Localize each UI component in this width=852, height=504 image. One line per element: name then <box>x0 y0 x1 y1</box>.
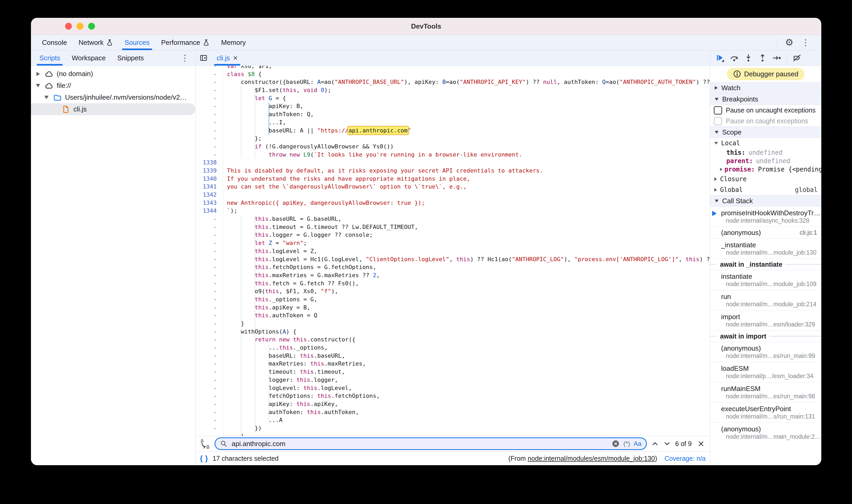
callstack-frame[interactable]: runnode:internal/m…module_job:214 <box>710 290 821 310</box>
scope-global-row[interactable]: Globalglobal <box>710 184 821 195</box>
line-number[interactable]: - <box>196 127 223 135</box>
from-source-link[interactable]: node:internal/modules/esm/module_job:130 <box>528 455 655 462</box>
tab-console[interactable]: Console <box>36 35 73 50</box>
tab-sources[interactable]: Sources <box>119 35 155 50</box>
line-number[interactable]: - <box>196 295 223 304</box>
step-out-icon[interactable] <box>758 54 767 62</box>
line-number[interactable]: - <box>196 287 223 295</box>
line-number[interactable]: 1338 <box>196 159 223 167</box>
line-number[interactable]: - <box>196 320 223 328</box>
step-into-icon[interactable] <box>744 54 752 62</box>
line-number[interactable]: 1339 <box>196 167 223 175</box>
line-number[interactable]: - <box>196 384 223 392</box>
settings-gear-icon[interactable]: ⚙ <box>785 38 794 47</box>
line-number[interactable]: - <box>196 336 223 344</box>
line-number[interactable]: - <box>196 255 223 264</box>
search-next-icon[interactable] <box>663 440 671 448</box>
chevron-down-icon[interactable] <box>35 84 41 87</box>
coverage-link[interactable]: Coverage: n/a <box>664 455 706 462</box>
scope-var-parent[interactable]: parent: undefined <box>710 157 821 165</box>
pause-uncaught-row[interactable]: Pause on uncaught exceptions <box>710 105 821 116</box>
search-previous-icon[interactable] <box>651 440 659 448</box>
line-number[interactable]: - <box>196 424 223 432</box>
line-number[interactable]: - <box>196 376 223 384</box>
tree-item--no-domain-[interactable]: (no domain) <box>31 68 195 80</box>
step-over-icon[interactable] <box>730 54 739 62</box>
line-number[interactable]: - <box>196 416 223 424</box>
callstack-frame[interactable]: importnode:internal/m…esm/loader:329 <box>710 310 821 330</box>
chevron-right-icon[interactable] <box>35 72 41 76</box>
line-number[interactable]: - <box>196 352 223 360</box>
line-number[interactable]: - <box>196 400 223 408</box>
callstack-frame[interactable]: (anonymous)cli.js:1 <box>710 227 821 238</box>
match-case-toggle[interactable]: Aa <box>634 440 641 447</box>
line-number[interactable]: - <box>196 94 223 103</box>
line-number[interactable]: 1342 <box>196 191 223 199</box>
deactivate-breakpoints-icon[interactable] <box>793 54 802 62</box>
line-number[interactable]: - <box>196 66 223 70</box>
line-number[interactable]: - <box>196 328 223 336</box>
line-number[interactable]: 1344 <box>196 207 223 215</box>
line-number[interactable]: - <box>196 134 223 143</box>
line-number[interactable]: - <box>196 78 223 86</box>
pause-caught-row[interactable]: Pause on caught exceptions <box>710 116 821 126</box>
section-scope[interactable]: Scope <box>710 126 821 138</box>
tab-performance[interactable]: Performance <box>155 35 215 50</box>
line-number[interactable]: - <box>196 231 223 239</box>
line-number[interactable]: - <box>196 110 223 119</box>
callstack-frame[interactable]: (anonymous)node:internal/m…main_module:2… <box>710 422 821 443</box>
line-number[interactable]: 1343 <box>196 199 223 207</box>
line-number[interactable]: - <box>196 70 223 78</box>
tab-network[interactable]: Network <box>73 35 119 50</box>
navigator-tab-snippets[interactable]: Snippets <box>111 50 149 66</box>
navigator-tab-scripts[interactable]: Scripts <box>34 50 66 66</box>
line-number[interactable]: - <box>196 239 223 247</box>
line-number[interactable]: - <box>196 263 223 271</box>
callstack-frame[interactable]: executeUserEntryPointnode:internal/m…s/r… <box>710 402 821 422</box>
more-options-icon[interactable]: ⋮ <box>801 38 810 47</box>
line-number[interactable]: - <box>196 215 223 223</box>
line-number[interactable]: - <box>196 151 223 159</box>
line-number[interactable]: - <box>196 102 223 110</box>
scope-closure-row[interactable]: Closure <box>710 174 821 184</box>
search-input[interactable] <box>231 439 608 448</box>
section-breakpoints[interactable]: Breakpoints <box>710 94 821 105</box>
line-number[interactable]: - <box>196 344 223 352</box>
tree-item-users-jinhuilee-nvm-versions-node-v2-[interactable]: Users/jinhuilee/.nvm/versions/node/v2… <box>31 91 195 103</box>
line-number[interactable]: 1341 <box>196 183 223 191</box>
callstack-frame[interactable]: instantiatenode:internal/m…module_job:10… <box>710 270 821 290</box>
line-number[interactable]: - <box>196 392 223 400</box>
scope-local-row[interactable]: Local <box>710 138 821 148</box>
line-number[interactable]: - <box>196 304 223 312</box>
section-callstack[interactable]: Call Stack <box>710 195 821 206</box>
line-number[interactable]: - <box>196 432 223 436</box>
pause-caught-checkbox[interactable] <box>714 117 722 125</box>
line-number[interactable]: - <box>196 280 223 288</box>
tree-item-cli-js[interactable]: cli.js <box>31 103 195 115</box>
tab-memory[interactable]: Memory <box>215 35 252 50</box>
line-number[interactable]: - <box>196 119 223 127</box>
line-number[interactable]: - <box>196 223 223 231</box>
callstack-frame[interactable]: (anonymous)node:internal/m…es/run_main:9… <box>710 342 821 362</box>
line-number[interactable]: - <box>196 247 223 255</box>
line-number[interactable]: 1340 <box>196 175 223 183</box>
line-number[interactable]: - <box>196 360 223 368</box>
callstack-frame[interactable]: promiseInitHookWithDestroyTr…node:intern… <box>710 206 821 227</box>
pause-uncaught-checkbox[interactable] <box>714 106 722 114</box>
clear-search-icon[interactable] <box>612 440 620 448</box>
close-tab-icon[interactable]: × <box>233 54 238 62</box>
search-ab-icon[interactable]: AB <box>199 438 210 449</box>
navigator-more-icon[interactable]: ⋮ <box>181 54 189 62</box>
tree-item-file-[interactable]: file:// <box>31 80 195 91</box>
navigator-tab-workspace[interactable]: Workspace <box>66 50 111 66</box>
collapse-sidebar-icon[interactable] <box>199 54 208 62</box>
code-editor[interactable]: -var Xs0, $F1;-class $8 {- constructor({… <box>196 66 710 436</box>
editor-tab-clijs[interactable]: cli.js × <box>211 50 243 66</box>
line-number[interactable]: - <box>196 271 223 280</box>
callstack-frame[interactable]: loadESMnode:internal/p…/esm_loader:34 <box>710 362 821 382</box>
chevron-down-icon[interactable] <box>43 96 50 99</box>
line-number[interactable]: - <box>196 143 223 151</box>
callstack-frame[interactable]: runMainESMnode:internal/m…es/run_main:98 <box>710 382 821 402</box>
regex-toggle[interactable]: (*) <box>623 440 630 447</box>
step-icon[interactable] <box>773 54 781 62</box>
